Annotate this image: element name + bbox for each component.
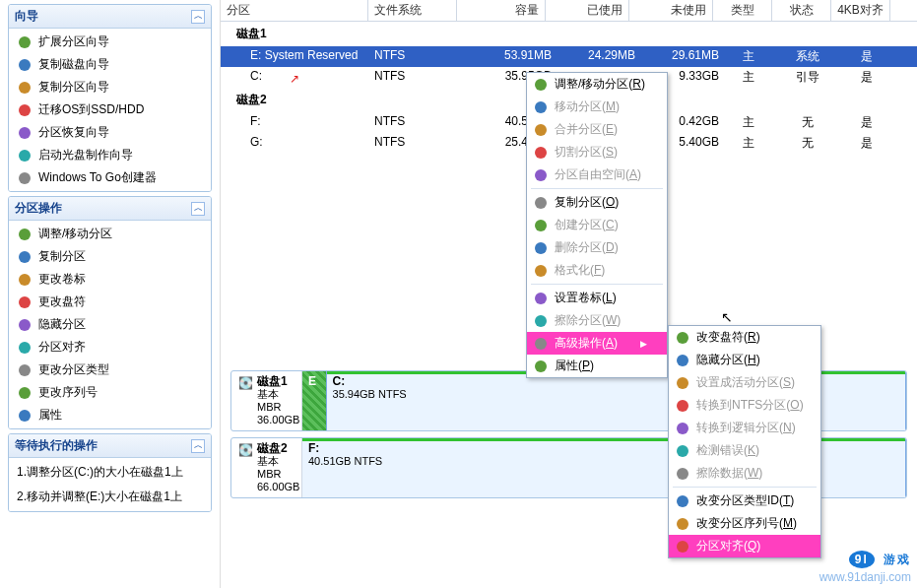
action-icon xyxy=(17,227,33,242)
svg-point-1 xyxy=(19,59,31,71)
menu-item: 移动分区(M) xyxy=(527,96,667,118)
action-icon xyxy=(533,291,549,306)
sidebar-item[interactable]: 复制磁盘向导 xyxy=(9,53,211,76)
svg-point-18 xyxy=(535,124,547,136)
svg-point-12 xyxy=(19,342,31,354)
pending-item[interactable]: 2.移动并调整(E:)大小在磁盘1上 xyxy=(9,485,211,509)
table-cell: NTFS xyxy=(374,69,463,86)
action-icon xyxy=(533,336,549,352)
column-header[interactable]: 状态 xyxy=(772,0,831,21)
sidebar-item[interactable]: 扩展分区向导 xyxy=(9,31,211,53)
menu-item-label: 检测错误(K) xyxy=(696,442,759,459)
sidebar-item[interactable]: 调整/移动分区 xyxy=(9,223,211,245)
sidebar-item[interactable]: 更改分区类型 xyxy=(9,359,211,381)
action-icon xyxy=(675,421,690,436)
column-header[interactable]: 文件系统 xyxy=(368,0,457,21)
menu-item[interactable]: 复制分区(O) xyxy=(527,191,667,214)
table-row[interactable]: E: System ReservedNTFS53.91MB24.29MB29.6… xyxy=(221,46,917,67)
menu-item[interactable]: 设置卷标(L) xyxy=(527,287,667,309)
wizard-panel: 向导 ︿ 扩展分区向导复制磁盘向导复制分区向导迁移OS到SSD/HDD分区恢复向… xyxy=(8,4,212,192)
context-submenu[interactable]: 改变盘符(R) 隐藏分区(H) 设置成活动分区(S) 转换到NTFS分区(O) … xyxy=(668,325,821,558)
action-icon xyxy=(533,167,549,183)
column-header[interactable]: 分区 xyxy=(221,0,368,21)
column-header[interactable]: 类型 xyxy=(713,0,772,21)
pending-panel: 等待执行的操作 ︿ 1.调整分区(C:)的大小在磁盘1上2.移动并调整(E:)大… xyxy=(8,433,212,512)
menu-item[interactable]: 调整/移动分区(R) xyxy=(527,73,667,96)
menu-item[interactable]: 分区对齐(Q) xyxy=(669,535,820,557)
table-cell: 主 xyxy=(719,48,778,65)
svg-point-11 xyxy=(19,319,31,331)
menu-item-label: 设置成活动分区(S) xyxy=(696,374,795,391)
sidebar-item[interactable]: 复制分区向导 xyxy=(9,76,211,98)
menu-item-label: 改变分区类型ID(T) xyxy=(696,492,794,509)
menu-item-label: 分区对齐(Q) xyxy=(696,538,760,555)
pending-item[interactable]: 1.调整分区(C:)的大小在磁盘1上 xyxy=(9,460,211,485)
ops-header[interactable]: 分区操作 ︿ xyxy=(9,197,211,221)
menu-item[interactable]: 改变分区序列号(M) xyxy=(669,512,820,535)
ops-panel: 分区操作 ︿ 调整/移动分区复制分区更改卷标更改盘符隐藏分区分区对齐更改分区类型… xyxy=(8,196,212,429)
menu-item-label: 分区自由空间(A) xyxy=(555,166,641,183)
svg-point-8 xyxy=(19,251,31,263)
menu-item-label: 转换到逻辑分区(N) xyxy=(696,420,796,436)
sidebar-item[interactable]: 属性 xyxy=(9,404,211,426)
wizard-header[interactable]: 向导 ︿ xyxy=(9,5,211,29)
action-icon xyxy=(675,353,690,368)
menu-item-label: 属性(P) xyxy=(555,358,594,374)
menu-item: 擦除数据(W) xyxy=(669,462,820,485)
svg-point-25 xyxy=(535,293,547,304)
sidebar-item-label: 分区对齐 xyxy=(38,339,86,356)
pending-title: 等待执行的操作 xyxy=(15,437,98,454)
sidebar-item[interactable]: 迁移OS到SSD/HDD xyxy=(9,98,211,121)
menu-item-label: 切割分区(S) xyxy=(555,144,618,161)
column-header[interactable]: 4KB对齐 xyxy=(831,0,890,21)
menu-item-label: 设置卷标(L) xyxy=(555,290,617,306)
sidebar-item[interactable]: 分区恢复向导 xyxy=(9,121,211,144)
column-header[interactable]: 已使用 xyxy=(546,0,629,21)
sidebar-item[interactable]: 分区对齐 xyxy=(9,336,211,359)
table-cell: NTFS xyxy=(374,48,463,65)
chevron-up-icon[interactable]: ︿ xyxy=(191,202,205,216)
menu-item[interactable]: 隐藏分区(H) xyxy=(669,349,820,371)
table-cell: 无 xyxy=(778,135,837,152)
action-icon xyxy=(17,148,33,163)
sidebar-item[interactable]: 更改序列号 xyxy=(9,381,211,404)
svg-point-17 xyxy=(535,101,547,113)
action-icon xyxy=(17,408,33,424)
action-icon xyxy=(533,145,549,161)
action-icon xyxy=(533,313,549,329)
sidebar-item[interactable]: 更改卷标 xyxy=(9,268,211,291)
disk-section-title: 磁盘1 xyxy=(221,22,917,46)
menu-item-label: 高级操作(A) xyxy=(555,335,618,352)
table-cell: 53.91MB xyxy=(463,48,552,65)
sidebar-item[interactable]: 更改盘符 xyxy=(9,291,211,313)
column-header[interactable]: 未使用 xyxy=(629,0,713,21)
table-cell: NTFS xyxy=(374,135,463,152)
table-cell: E: System Reserved xyxy=(227,48,374,65)
wizard-title: 向导 xyxy=(15,8,38,25)
menu-separator xyxy=(531,284,663,285)
sidebar-item[interactable]: Windows To Go创建器 xyxy=(9,166,211,189)
pending-header[interactable]: 等待执行的操作 ︿ xyxy=(9,434,211,458)
menu-item[interactable]: 属性(P) xyxy=(527,355,667,377)
menu-item[interactable]: 改变盘符(R) xyxy=(669,326,820,349)
menu-item: 合并分区(E) xyxy=(527,118,667,141)
svg-point-6 xyxy=(19,172,31,184)
column-header[interactable]: 容量 xyxy=(457,0,546,21)
menu-item-label: 改变分区序列号(M) xyxy=(696,515,797,532)
menu-item[interactable]: 高级操作(A) ▶ xyxy=(527,332,667,355)
sidebar-item[interactable]: 复制分区 xyxy=(9,245,211,268)
partition-segment[interactable]: E xyxy=(302,371,327,430)
menu-item[interactable]: 改变分区类型ID(T) xyxy=(669,490,820,512)
menu-separator xyxy=(531,188,663,189)
sidebar-item[interactable]: 启动光盘制作向导 xyxy=(9,144,211,166)
menu-item-label: 移动分区(M) xyxy=(555,98,620,115)
action-icon xyxy=(17,249,33,265)
chevron-up-icon[interactable]: ︿ xyxy=(191,10,205,24)
svg-point-15 xyxy=(19,410,31,422)
chevron-up-icon[interactable]: ︿ xyxy=(191,439,205,453)
context-menu[interactable]: 调整/移动分区(R) 移动分区(M) 合并分区(E) 切割分区(S) 分区自由空… xyxy=(526,72,668,378)
table-cell: 是 xyxy=(837,48,896,65)
sidebar-item[interactable]: 隐藏分区 xyxy=(9,313,211,336)
menu-separator xyxy=(673,487,817,488)
svg-point-2 xyxy=(19,82,31,94)
